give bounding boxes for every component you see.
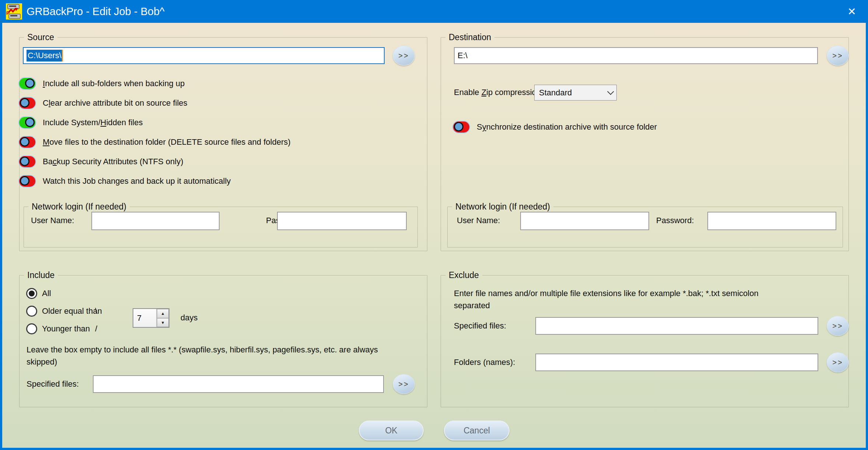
include-specified-files-input[interactable] (93, 375, 384, 393)
exclude-group-title: Exclude (445, 270, 482, 280)
source-password-input[interactable] (277, 212, 407, 230)
toggle-knob (20, 176, 29, 186)
destination-username-input[interactable] (520, 212, 649, 230)
destination-group-title: Destination (445, 32, 494, 42)
toggle-row: Backup Security Attributes (NTFS only) (18, 155, 291, 168)
radio-unselected[interactable] (26, 306, 37, 317)
triangle-up-icon: ▲ (161, 311, 165, 316)
toggle-row: Synchronize destination archive with sou… (452, 121, 657, 133)
toggle-knob (20, 157, 29, 166)
toggle-label: Synchronize destination archive with sou… (477, 122, 657, 132)
svg-text:P: P (6, 10, 10, 16)
toggle-switch-off[interactable] (18, 97, 36, 109)
destination-password-label: Password: (656, 216, 694, 225)
toggle-row: Clear archive attribute bit on source fi… (18, 97, 291, 109)
days-spinner[interactable]: 7 ▲ ▼ (133, 308, 169, 328)
exclude-folders-label: Folders (names): (454, 358, 515, 367)
toggle-switch-off[interactable] (18, 155, 36, 168)
double-chevron-icon: >> (398, 380, 409, 389)
network-login-title: Network login (If needed) (452, 202, 553, 212)
radio-row: Older equal than\ (26, 306, 102, 317)
destination-password-input[interactable] (707, 212, 836, 230)
exclude-folders-browse-button[interactable]: >> (827, 352, 849, 372)
toggle-knob (454, 122, 463, 131)
toggle-knob (20, 98, 29, 108)
network-login-title: Network login (If needed) (28, 202, 130, 212)
toggle-knob (20, 137, 29, 147)
toggle-label: Watch this Job changes and back up it au… (43, 176, 231, 186)
grbackpro-edit-job-window: P GRBackPro - Edit Job - Bob^ ✕ Source C… (0, 0, 868, 450)
spinner-up-button[interactable]: ▲ (157, 309, 169, 318)
double-chevron-icon: >> (832, 322, 843, 330)
close-icon: ✕ (847, 6, 856, 18)
double-chevron-icon: >> (832, 358, 843, 367)
spinner-buttons: ▲ ▼ (156, 309, 169, 327)
exclude-folders-input[interactable] (535, 354, 818, 371)
zip-label: Enable Zip compression: (454, 88, 543, 97)
sync-toggle-container: Synchronize destination archive with sou… (452, 121, 657, 140)
radio-label: All (42, 289, 51, 298)
source-path-value: C:\Users\ (27, 50, 63, 61)
toggle-label: Backup Security Attributes (NTFS only) (43, 157, 183, 166)
chevron-down-icon (607, 88, 614, 95)
destination-username-label: User Name: (457, 216, 500, 225)
toggle-switch-off[interactable] (18, 136, 36, 148)
cancel-button-label: Cancel (463, 426, 490, 436)
radio-suffix: \ (95, 306, 97, 316)
radio-unselected[interactable] (26, 323, 37, 334)
include-group-title: Include (24, 270, 58, 280)
spinner-down-button[interactable]: ▼ (157, 318, 169, 327)
include-browse-button[interactable]: >> (393, 374, 415, 394)
days-spinner-value[interactable]: 7 (133, 309, 156, 327)
exclude-specified-files-label: Specified files: (454, 321, 506, 331)
cancel-button[interactable]: Cancel (444, 421, 510, 440)
exclude-specified-files-input[interactable] (535, 317, 818, 335)
toggle-label: Clear archive attribute bit on source fi… (43, 98, 188, 108)
window-title: GRBackPro - Edit Job - Bob^ (27, 6, 165, 18)
titlebar[interactable]: P GRBackPro - Edit Job - Bob^ ✕ (0, 0, 868, 23)
toggle-knob (25, 117, 35, 127)
radio-label: Younger than (42, 324, 90, 334)
ok-button[interactable]: OK (359, 421, 424, 440)
toggle-label: Move files to the destination folder (DE… (43, 137, 291, 147)
toggle-row: Include System/Hidden files (18, 116, 291, 129)
app-icon: P (6, 3, 22, 20)
radio-selected[interactable] (26, 288, 37, 299)
toggle-switch-on[interactable] (18, 77, 36, 90)
toggle-label: Include System/Hidden files (43, 118, 143, 127)
days-label: days (181, 313, 197, 323)
double-chevron-icon: >> (398, 52, 409, 60)
radio-suffix: / (95, 324, 97, 334)
radio-row: All (26, 288, 102, 299)
zip-selected-value: Standard (539, 88, 572, 98)
source-toggles: Include all sub-folders when backing upC… (18, 77, 291, 194)
destination-browse-button[interactable]: >> (827, 46, 849, 66)
toggle-switch-off[interactable] (452, 121, 470, 133)
radio-label: Older equal than (42, 306, 102, 316)
include-radios: AllOlder equal than\Younger than/ (26, 288, 102, 341)
source-username-label: User Name: (31, 216, 74, 225)
close-button[interactable]: ✕ (838, 0, 866, 23)
toggle-row: Watch this Job changes and back up it au… (18, 175, 291, 187)
toggle-switch-on[interactable] (18, 116, 36, 129)
toggle-switch-off[interactable] (18, 175, 36, 187)
source-group-title: Source (24, 32, 57, 42)
exclude-note: Enter file names and/or multiple file ex… (454, 287, 767, 312)
zip-compression-select[interactable]: Standard (534, 85, 617, 101)
destination-path-value: E:\ (458, 51, 468, 60)
radio-row: Younger than/ (26, 323, 102, 334)
triangle-down-icon: ▼ (161, 320, 165, 325)
toggle-row: Move files to the destination folder (DE… (18, 136, 291, 148)
destination-path-input[interactable]: E:\ (454, 47, 818, 64)
include-specified-files-label: Specified files: (27, 379, 79, 389)
source-browse-button[interactable]: >> (393, 46, 415, 66)
toggle-row: Include all sub-folders when backing up (18, 77, 291, 90)
source-username-input[interactable] (91, 212, 220, 230)
source-path-input[interactable]: C:\Users\ (23, 47, 385, 64)
toggle-knob (25, 78, 35, 88)
ok-button-label: OK (385, 426, 397, 436)
double-chevron-icon: >> (832, 52, 843, 60)
exclude-specified-browse-button[interactable]: >> (827, 316, 849, 336)
toggle-label: Include all sub-folders when backing up (43, 79, 185, 88)
include-note: Leave the box empty to include all files… (27, 344, 388, 368)
